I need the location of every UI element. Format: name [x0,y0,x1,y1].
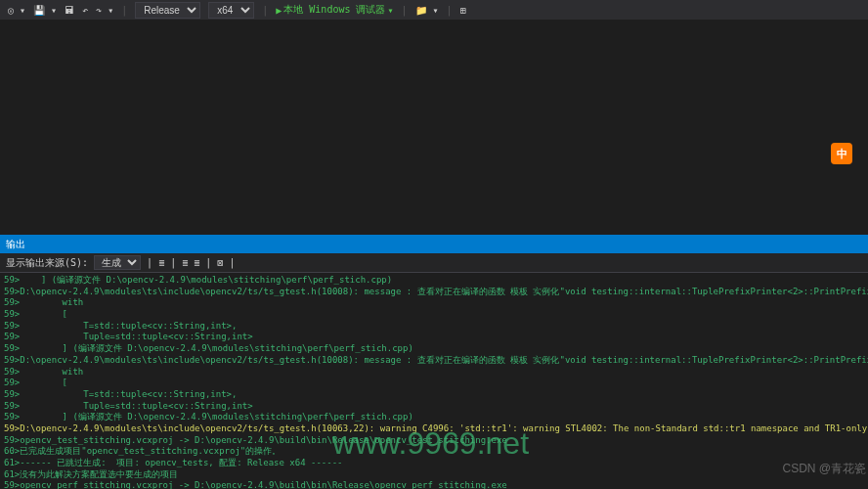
save-button[interactable]: 💾 ▾ [33,5,57,16]
editor-area[interactable] [0,20,868,235]
output-text[interactable]: 59> ] (编译源文件 D:\opencv-2.4.9\modules\sti… [0,273,868,489]
ime-badge: 中 [831,143,852,164]
save-all-button[interactable]: 🖬 [65,5,74,16]
nav-back-button[interactable]: ◎ ▾ [8,5,25,16]
output-source-select[interactable]: 生成 [94,255,141,270]
platform-select[interactable]: x64 [208,2,254,19]
start-debug-button[interactable]: ▶ 本地 Windows 调试器 ▾ [276,3,393,17]
tool-button-1[interactable]: 📁 ▾ [415,5,439,16]
output-panel: 输出 ▾ 📌 ✕ 显示输出来源(S): 生成 | ≣ | ≣ ≣ | ⊠ | 5… [0,235,868,489]
config-select[interactable]: Release [135,2,200,19]
output-tool-1[interactable]: | ≣ | ≣ ≣ | ⊠ | [147,257,235,268]
tool-button-2[interactable]: ⊞ [460,5,466,16]
main-toolbar: ◎ ▾ 💾 ▾ 🖬 ↶ ↷ ▾ | Release x64 | ▶ 本地 Win… [0,0,868,20]
output-titlebar[interactable]: 输出 ▾ 📌 ✕ [0,236,868,253]
output-toolbar: 显示输出来源(S): 生成 | ≣ | ≣ ≣ | ⊠ | [0,253,868,273]
redo-button[interactable]: ↷ ▾ [96,5,113,16]
undo-button[interactable]: ↶ [82,5,88,16]
